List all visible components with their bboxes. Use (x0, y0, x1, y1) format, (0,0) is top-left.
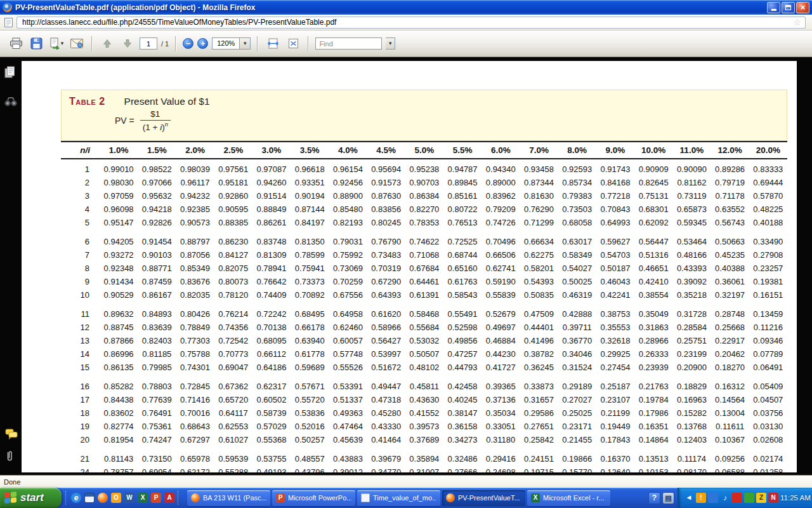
tray-security-icon[interactable] (732, 493, 742, 503)
tray-hide-icons-button[interactable]: ◀ (684, 493, 694, 503)
fit-page-button[interactable] (285, 35, 301, 53)
table-cell: 0.44793 (443, 361, 481, 374)
column-header: 7.0% (520, 142, 558, 159)
start-label: start (20, 491, 44, 504)
table-cell: 0.90595 (214, 203, 252, 216)
taskbar-task-timevalue[interactable]: Time_value_of_mo... (357, 490, 440, 506)
zoom-in-button[interactable]: + (197, 38, 208, 49)
find-input[interactable] (315, 37, 382, 50)
comments-panel-button[interactable] (5, 429, 18, 442)
find-options-button[interactable]: ▾ (386, 37, 395, 50)
tray-zonealarm-icon[interactable]: Z (756, 493, 766, 503)
table-cell: 0.35218 (672, 288, 710, 302)
print-button[interactable] (8, 35, 24, 53)
save-icon (30, 37, 43, 50)
quick-launch-handle[interactable] (65, 491, 68, 505)
table-row: 150.861350.799850.743010.690470.641860.5… (61, 361, 787, 374)
taskbar-task-excel[interactable]: X Microsoft Excel - r... (527, 490, 610, 506)
table-cell: 0.46319 (558, 288, 596, 302)
table-cell: 0.25025 (558, 406, 596, 420)
table-cell: 0.31007 (405, 465, 443, 472)
bookmark-star-icon[interactable]: ☆ (793, 18, 801, 27)
tray-update-icon[interactable]: ! (696, 493, 706, 503)
email-button[interactable] (69, 35, 85, 53)
table-cell: 0.04507 (749, 393, 787, 406)
save-button[interactable] (28, 35, 44, 53)
table-cell: 0.82403 (138, 334, 176, 347)
table-cell: 0.33051 (481, 420, 520, 433)
table-cell: 0.92860 (214, 189, 252, 203)
table-cell: 0.39092 (672, 275, 710, 288)
table-cell: 0.33490 (749, 235, 787, 248)
previous-page-button[interactable] (99, 35, 115, 53)
start-button[interactable]: start (0, 488, 62, 508)
page-number-input[interactable] (140, 37, 157, 50)
taskbar-help-button[interactable]: ? (648, 492, 660, 504)
table-cell: 0.13513 (634, 452, 672, 465)
quicklaunch-powerpoint-icon[interactable]: P (151, 493, 161, 503)
table-cell: 0.91434 (100, 275, 138, 288)
zoom-level-select[interactable]: 120% ▾ (212, 37, 251, 50)
table-cell: 0.76513 (443, 216, 481, 229)
quicklaunch-firefox-icon[interactable] (98, 493, 108, 503)
close-button[interactable]: × (796, 2, 809, 13)
table-cell: 0.10367 (711, 433, 749, 446)
table-cell: 0.90703 (405, 176, 443, 189)
table-cell: 18 (61, 406, 100, 420)
table-cell: 0.51316 (634, 248, 672, 262)
zoom-out-button[interactable]: − (183, 38, 193, 49)
table-cell: 19 (61, 420, 100, 433)
table-cell: 0.55684 (405, 321, 443, 334)
table-cell: 0.61391 (405, 288, 443, 302)
maximize-button[interactable] (782, 2, 795, 13)
next-page-button[interactable] (119, 35, 136, 53)
quicklaunch-word-icon[interactable]: W (124, 493, 134, 503)
table-cell: 0.31657 (520, 393, 558, 406)
quicklaunch-excel-icon[interactable]: X (138, 493, 148, 503)
table-cell: 0.38782 (520, 347, 558, 361)
taskbar-task-powerpoint[interactable]: P Microsoft PowerPo... (272, 490, 355, 506)
document-task-icon (361, 493, 370, 502)
attachments-panel-button[interactable] (5, 450, 18, 465)
column-header: 4.5% (367, 142, 405, 159)
table-cell: 0.27908 (749, 248, 787, 262)
tray-volume-icon[interactable]: ♪ (720, 493, 730, 503)
pages-panel-button[interactable] (4, 66, 17, 81)
table-cell: 0.53464 (672, 235, 710, 248)
taskbar-task-pv-presentvalue[interactable]: PV-PresentValueT... (442, 490, 525, 506)
table-cell: 0.76790 (367, 235, 405, 248)
fit-width-button[interactable] (265, 35, 281, 53)
table-cell: 0.74356 (214, 321, 252, 334)
table-cell: 0.86230 (214, 235, 252, 248)
taskbar-task-ba213[interactable]: BA 213 W11 (Pasc... (187, 490, 270, 506)
search-panel-button[interactable] (4, 97, 17, 109)
table-cell: 0.74301 (176, 361, 214, 374)
fit-page-icon (287, 38, 299, 49)
quicklaunch-show-desktop-icon[interactable] (84, 493, 95, 503)
table-cell: 0.53032 (405, 334, 443, 347)
table-cell: 0.28584 (672, 321, 710, 334)
table-cell: 0.67684 (405, 262, 443, 275)
table-cell: 0.71299 (520, 216, 558, 229)
quicklaunch-outlook-icon[interactable]: O (111, 493, 121, 503)
table-cell: 0.32486 (443, 452, 481, 465)
url-input[interactable] (21, 17, 789, 27)
table-cell: 0.68301 (634, 203, 672, 216)
quicklaunch-ie-icon[interactable]: e (71, 493, 81, 503)
table-cell: 0.03130 (749, 420, 787, 433)
quick-launch-handle[interactable] (178, 491, 180, 505)
tray-network-icon[interactable] (708, 493, 718, 503)
table-row: 200.819540.742470.672970.610270.553680.5… (61, 433, 787, 446)
zoom-level-value: 120% (213, 38, 239, 49)
tray-messenger-icon[interactable] (744, 493, 754, 503)
url-field[interactable]: ☆ (16, 17, 806, 29)
export-button[interactable]: ▾ (48, 35, 65, 53)
taskbar-input-panel-button[interactable]: ▤ (662, 492, 674, 504)
quicklaunch-acrobat-icon[interactable]: A (164, 493, 174, 503)
table-cell: 0.07789 (749, 347, 787, 361)
tray-norton-icon[interactable]: N (768, 493, 778, 503)
table-cell: 0.39573 (405, 420, 443, 433)
table-cell: 0.43630 (405, 393, 443, 406)
table-cell: 0.55491 (443, 307, 481, 321)
minimize-button[interactable] (767, 2, 780, 13)
